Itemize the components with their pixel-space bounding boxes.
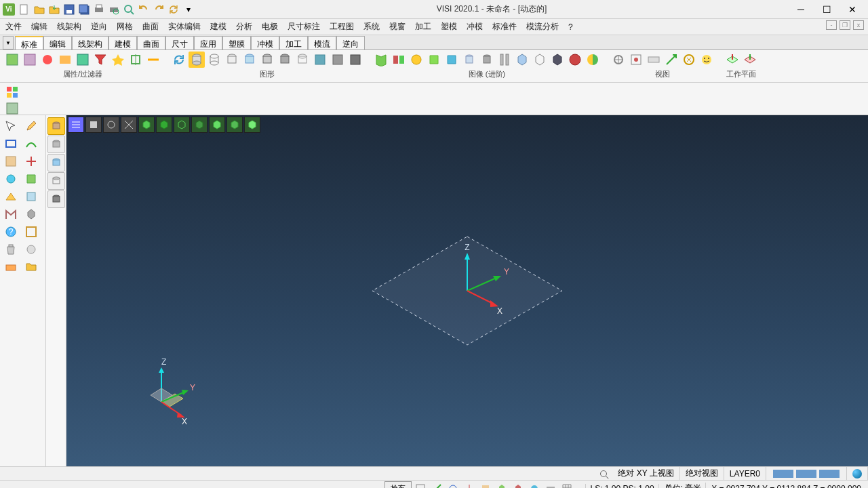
- img-icon-13[interactable]: [585, 52, 601, 68]
- img-icon-8[interactable]: [496, 52, 513, 68]
- zoom-icon[interactable]: [122, 3, 136, 16]
- menu-system[interactable]: 系统: [363, 21, 380, 33]
- status-globe-icon[interactable]: [847, 467, 868, 480]
- img-icon-12[interactable]: [567, 52, 583, 68]
- vp-mode-2-icon[interactable]: [85, 117, 102, 133]
- print-icon[interactable]: [92, 3, 106, 16]
- lt-tool-7-icon[interactable]: [1, 171, 20, 187]
- menu-edit[interactable]: 编辑: [31, 21, 47, 33]
- menu-wireframe[interactable]: 线架构: [57, 21, 81, 33]
- tab-die[interactable]: 冲模: [251, 36, 279, 49]
- img-icon-2[interactable]: [391, 52, 407, 68]
- save-all-icon[interactable]: [77, 3, 91, 16]
- tab-wireframe[interactable]: 线架构: [72, 36, 108, 49]
- vp-cube-2-icon[interactable]: [156, 117, 172, 133]
- menu-solid-edit[interactable]: 实体编辑: [168, 21, 201, 33]
- tab-moldflow[interactable]: 模流: [308, 36, 336, 49]
- vs-mode-3-icon[interactable]: [47, 154, 65, 171]
- maximize-button[interactable]: ☐: [814, 1, 840, 18]
- view-icon-1[interactable]: [610, 52, 627, 68]
- status-search-icon[interactable]: [600, 470, 607, 477]
- view-icon-5[interactable]: [681, 52, 697, 68]
- view-icon-3[interactable]: [646, 52, 662, 68]
- gfx-cyl-8-icon[interactable]: [312, 52, 328, 68]
- gfx-cyl-10-icon[interactable]: [347, 52, 363, 68]
- vp-mode-4-icon[interactable]: [121, 117, 137, 133]
- new-icon[interactable]: [18, 3, 31, 16]
- tab-dropdown-icon[interactable]: ▼: [3, 36, 14, 49]
- img-icon-4[interactable]: [426, 52, 442, 68]
- lt-help-icon[interactable]: ?: [1, 224, 20, 240]
- lt-select-icon[interactable]: [1, 118, 20, 134]
- bt-icon-1[interactable]: [413, 482, 428, 489]
- menu-file[interactable]: 文件: [5, 21, 22, 33]
- minimize-button[interactable]: ─: [788, 1, 814, 18]
- lt-tool-10-icon[interactable]: [22, 188, 41, 205]
- lt-tool-9-icon[interactable]: [1, 188, 20, 205]
- vs-mode-5-icon[interactable]: [47, 190, 65, 208]
- wp-icon-1[interactable]: [724, 52, 741, 68]
- tab-model[interactable]: 建模: [108, 36, 137, 49]
- tab-apply[interactable]: 应用: [194, 36, 222, 49]
- attr-icon-5[interactable]: [75, 52, 91, 68]
- lt-trash-icon[interactable]: [1, 241, 20, 258]
- status-view-1[interactable]: 绝对 XY 上视图: [612, 467, 679, 480]
- filter-icon[interactable]: [92, 52, 108, 68]
- sys-icon-1[interactable]: [4, 84, 20, 100]
- bt-icon-4[interactable]: [462, 482, 477, 489]
- gfx-cyl-3-icon[interactable]: [224, 52, 240, 68]
- undo-icon[interactable]: [137, 3, 151, 16]
- open-icon[interactable]: [33, 3, 46, 16]
- mdi-minimize[interactable]: -: [826, 20, 837, 30]
- attr-icon-7[interactable]: [110, 52, 126, 68]
- lt-tool-12-icon[interactable]: [22, 206, 41, 222]
- lt-tool-6-icon[interactable]: [22, 153, 41, 169]
- menu-standard-parts[interactable]: 标准件: [492, 21, 517, 33]
- lt-curve-icon[interactable]: [22, 136, 41, 152]
- status-layer[interactable]: LAYER0: [724, 467, 766, 480]
- img-icon-7[interactable]: [479, 52, 495, 68]
- menu-mesh[interactable]: 网格: [117, 21, 133, 33]
- view-icon-6[interactable]: [698, 52, 715, 68]
- lt-tool-8-icon[interactable]: [22, 171, 41, 187]
- menu-mold[interactable]: 塑模: [441, 21, 457, 33]
- img-icon-5[interactable]: [443, 52, 460, 68]
- gfx-refresh-icon[interactable]: [171, 52, 187, 68]
- vs-mode-1-icon[interactable]: [47, 117, 65, 135]
- attr-icon-1[interactable]: [4, 52, 20, 68]
- tab-standard[interactable]: 标准: [15, 36, 43, 49]
- tab-surface[interactable]: 曲面: [137, 36, 165, 49]
- vp-cube-3-icon[interactable]: [174, 117, 190, 133]
- menu-dimension[interactable]: 尺寸标注: [288, 21, 320, 33]
- menu-window[interactable]: 视窗: [389, 21, 406, 33]
- menu-drawing[interactable]: 工程图: [330, 21, 354, 33]
- vp-mode-3-icon[interactable]: [103, 117, 119, 133]
- img-icon-10[interactable]: [532, 52, 548, 68]
- mdi-restore[interactable]: ❐: [840, 20, 850, 30]
- img-icon-6[interactable]: [461, 52, 477, 68]
- gfx-cyl-5-icon[interactable]: [259, 52, 275, 68]
- img-icon-1[interactable]: [373, 52, 389, 68]
- menu-die[interactable]: 冲模: [467, 21, 483, 33]
- vp-mode-1-icon[interactable]: [68, 117, 84, 133]
- view-icon-2[interactable]: [628, 52, 644, 68]
- gfx-cyl-4-icon[interactable]: [241, 52, 258, 68]
- img-icon-3[interactable]: [408, 52, 425, 68]
- tab-reverse[interactable]: 逆向: [336, 36, 365, 49]
- bt-icon-5[interactable]: [478, 482, 493, 489]
- lt-edit-icon[interactable]: [22, 118, 41, 134]
- refresh-icon[interactable]: [167, 3, 180, 16]
- bt-icon-3[interactable]: [446, 482, 460, 489]
- tab-mold[interactable]: 塑膜: [222, 36, 251, 49]
- tab-edit[interactable]: 编辑: [43, 36, 72, 49]
- bottom-lock-button[interactable]: 拴车: [384, 481, 412, 488]
- bt-grid-icon[interactable]: [559, 482, 574, 489]
- view-icon-4[interactable]: [663, 52, 679, 68]
- qat-dropdown-icon[interactable]: ▾: [182, 3, 195, 16]
- lt-tool-18-icon[interactable]: [22, 259, 41, 275]
- menu-moldflow[interactable]: 模流分析: [526, 21, 559, 33]
- save-icon[interactable]: [62, 3, 76, 16]
- vp-cube-7-icon[interactable]: [244, 117, 260, 133]
- vp-cube-4-icon[interactable]: [191, 117, 208, 133]
- close-button[interactable]: ✕: [840, 1, 865, 18]
